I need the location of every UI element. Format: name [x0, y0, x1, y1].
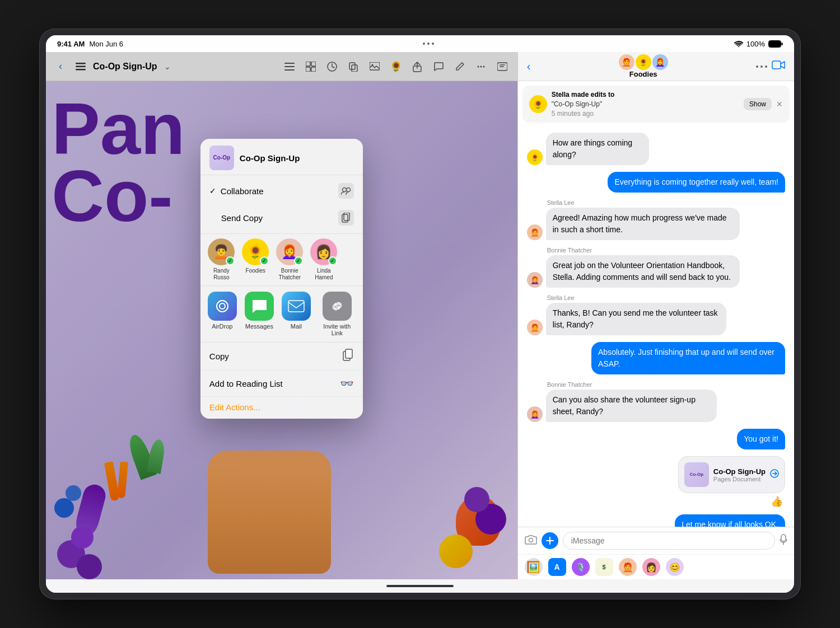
group-avatars: 🧑‍🦰 🌻 👩‍🦰: [619, 54, 668, 70]
share-app-airdrop[interactable]: AirDrop: [206, 292, 239, 336]
message-7: Bonnie Thatcher 👩‍🦰 Can you also share t…: [527, 381, 785, 422]
share-sheet: Co-Op Co-Op Sign-Up ✓ Collaborate: [200, 139, 363, 419]
dot-1: [423, 43, 425, 45]
main-content: ‹ Co-Op Sign-Up ⌄: [46, 52, 794, 579]
doc-bubble-thumbnail: Co-Op: [684, 462, 709, 487]
person-avatar-linda: 👩 ✓: [310, 238, 337, 265]
video-call-button[interactable]: [772, 60, 785, 73]
send-copy-row[interactable]: ✓ Send Copy: [200, 204, 363, 231]
battery-icon: [768, 40, 783, 48]
messages-app-icon: [245, 292, 274, 321]
doc-bubble-content: Co-Op Co-Op Sign-Up Pages Document: [679, 457, 785, 493]
message-4: Bonnie Thatcher 👩‍🦰 Great job on the Vol…: [527, 247, 785, 288]
photo-picker-icon[interactable]: 🖼️: [525, 558, 543, 576]
group-avatar-bonnie: 👩‍🦰: [652, 54, 668, 70]
date-display: Mon Jun 6: [89, 40, 123, 48]
bubble-10: Let me know if all looks OK.: [675, 514, 785, 527]
svg-rect-24: [342, 214, 348, 222]
svg-point-32: [529, 538, 533, 542]
bubble-1: How are things coming along?: [546, 133, 650, 165]
camera-button[interactable]: [525, 535, 537, 547]
status-bar-left: 9:41 AM Mon Jun 6: [57, 40, 123, 48]
reading-list-action-row[interactable]: Add to Reading List 👓: [200, 371, 363, 397]
msg-with-avatar-1: 🌻 How are things coming along?: [527, 133, 665, 165]
message-input[interactable]: [563, 532, 775, 550]
mic-button[interactable]: [780, 534, 787, 548]
reading-list-icon: 👓: [340, 377, 354, 390]
toolbar-dot-3: [765, 65, 767, 68]
home-indicator: [46, 579, 794, 593]
ipad-frame: 9:41 AM Mon Jun 6 100%: [39, 29, 801, 599]
link-app-icon: [323, 292, 352, 321]
msg-with-avatar-4: 👩‍🦰 Great job on the Volunteer Orientati…: [527, 255, 785, 288]
bubble-8: You got it!: [737, 429, 785, 449]
person-name-foodies: Foodies: [246, 268, 266, 274]
audio-icon[interactable]: 🎙️: [572, 558, 590, 576]
msg-avatar-3: 🧑‍🦰: [527, 224, 543, 240]
person-linda[interactable]: 👩 ✓ LindaHamed: [309, 238, 339, 281]
message-5: Stella Lee 🧑‍🦰 Thanks, B! Can you send m…: [527, 294, 785, 335]
message-8: You got it!: [527, 429, 785, 449]
notification-banner: 🌻 Stella made edits to "Co-Op Sign-Up" 5…: [522, 86, 790, 123]
person-badge-bonnie: ✓: [294, 256, 303, 265]
person-name-randy: RandyRusso: [213, 268, 230, 281]
copy-label: Copy: [209, 352, 229, 361]
person-randy[interactable]: 🧑‍🦱 ✓ RandyRusso: [206, 238, 237, 281]
person-badge-linda: ✓: [328, 256, 337, 265]
person-name-bonnie: BonnieThatcher: [279, 268, 301, 281]
appstore-icon[interactable]: A: [548, 558, 566, 576]
msg-avatar-5: 🧑‍🦰: [527, 320, 543, 335]
share-app-messages[interactable]: Messages: [243, 292, 276, 336]
apps-button[interactable]: [542, 532, 558, 549]
copy-action-row[interactable]: Copy: [200, 343, 363, 371]
share-doc-thumbnail: Co-Op: [209, 146, 234, 170]
svg-point-23: [346, 188, 350, 192]
person-foodies[interactable]: 🌻 ✓ Foodies: [240, 238, 271, 281]
msg-with-avatar-5: 🧑‍🦰 Thanks, B! Can you send me the volun…: [527, 303, 768, 335]
memoji-1-icon[interactable]: 🧑‍🦰: [619, 558, 637, 576]
notif-doc-name: "Co-Op Sign-Up": [552, 100, 603, 108]
notif-close-button[interactable]: ✕: [776, 100, 783, 109]
mail-label: Mail: [291, 323, 302, 330]
doc-share-bubble[interactable]: Co-Op Co-Op Sign-Up Pages Document: [678, 456, 785, 493]
person-bonnie[interactable]: 👩‍🦰 ✓ BonnieThatcher: [274, 238, 305, 281]
edit-actions[interactable]: Edit Actions...: [200, 397, 363, 419]
checkmark-icon: ✓: [209, 186, 216, 195]
airdrop-label: AirDrop: [212, 323, 232, 330]
messages-input-area: 🖼️ A 🎙️ $ 🧑‍🦰 👩 😊: [518, 527, 794, 579]
bubble-6: Absolutely. Just finishing that up and w…: [591, 342, 785, 374]
svg-rect-30: [772, 61, 781, 69]
share-app-invite-link[interactable]: Invite with Link: [317, 292, 357, 336]
status-bar: 9:41 AM Mon Jun 6 100%: [46, 35, 794, 52]
sender-name-4: Bonnie Thatcher: [547, 247, 592, 254]
dot-3: [432, 43, 434, 45]
dot-2: [427, 43, 430, 45]
doc-bubble-info: Co-Op Sign-Up Pages Document: [713, 467, 766, 482]
collaborate-row[interactable]: ✓ Collaborate: [200, 177, 363, 204]
animoji-icon[interactable]: 😊: [666, 558, 684, 576]
messages-app-bar: 🖼️ A 🎙️ $ 🧑‍🦰 👩 😊: [518, 554, 794, 579]
group-name: Foodies: [629, 70, 657, 78]
bubble-4: Great job on the Volunteer Orientation H…: [546, 255, 740, 288]
wifi-icon: [734, 40, 743, 47]
person-name-linda: LindaHamed: [315, 268, 333, 281]
ipad-screen: 9:41 AM Mon Jun 6 100%: [46, 35, 794, 593]
svg-point-26: [220, 303, 225, 309]
notif-time: 5 minutes ago: [552, 110, 594, 118]
messages-app: ‹ 🧑‍🦰 🌻 👩‍🦰 Foodies: [518, 52, 794, 579]
sender-name-7: Bonnie Thatcher: [547, 381, 592, 388]
message-doc: Co-Op Co-Op Sign-Up Pages Document: [527, 456, 785, 508]
bubble-5: Thanks, B! Can you send me the volunteer…: [546, 303, 726, 335]
notif-show-button[interactable]: Show: [744, 98, 772, 110]
messages-back-button[interactable]: ‹: [527, 60, 531, 73]
message-1: 🌻 How are things coming along?: [527, 133, 785, 165]
person-badge-foodies: ✓: [260, 256, 269, 265]
bubble-2: Everything is coming together really wel…: [608, 172, 785, 193]
share-people-row: 🧑‍🦱 ✓ RandyRusso 🌻 ✓ Foodies: [200, 234, 363, 286]
memoji-2-icon[interactable]: 👩: [642, 558, 660, 576]
cash-icon[interactable]: $: [595, 558, 613, 576]
svg-rect-25: [344, 213, 349, 221]
reading-list-label: Add to Reading List: [209, 379, 283, 388]
share-app-mail[interactable]: Mail: [280, 292, 312, 336]
send-copy-icon: [338, 210, 354, 226]
